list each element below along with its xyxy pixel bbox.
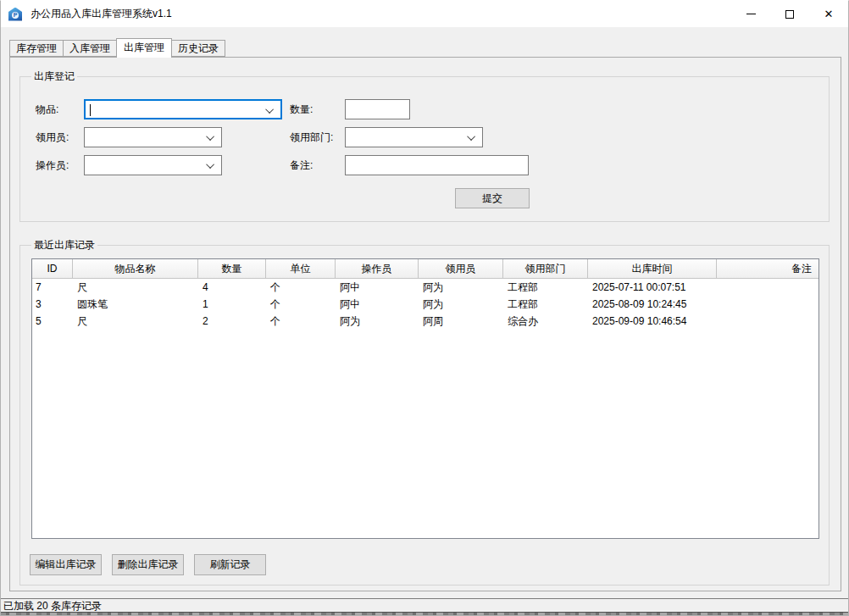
table-row[interactable]: 5 尺 2 个 阿为 阿周 综合办 2025-09-09 10:46:54 — [32, 313, 818, 330]
cell-id: 7 — [32, 279, 73, 296]
cell-unit: 个 — [266, 313, 336, 330]
column-header-quantity[interactable]: 数量 — [198, 259, 266, 279]
delete-record-button[interactable]: 删除出库记录 — [112, 554, 184, 575]
cell-id: 5 — [32, 313, 73, 330]
cell-quantity: 2 — [198, 313, 266, 330]
cell-id: 3 — [32, 296, 73, 313]
submit-button[interactable]: 提交 — [455, 188, 530, 208]
cell-recipient: 阿为 — [419, 296, 503, 313]
tab-inventory[interactable]: 库存管理 — [9, 40, 64, 57]
remark-field[interactable] — [346, 156, 528, 175]
cell-recipient: 阿周 — [419, 313, 503, 330]
cell-unit: 个 — [266, 296, 336, 313]
recipient-label: 领用员: — [36, 127, 69, 147]
column-header-remark[interactable]: 备注 — [717, 259, 818, 279]
outbound-tab-panel: 出库登记 物品: 数量: 领用员: 领用部门: 操作员: — [9, 57, 841, 591]
title-bar: P 办公用品入库出库管理系统v1.1 ✕ — [1, 1, 848, 27]
records-table: ID 物品名称 数量 单位 操作员 领用员 领用部门 出库时间 备注 7 尺 4… — [31, 258, 819, 539]
remark-entry-wrap — [345, 155, 529, 175]
cell-recipient: 阿为 — [419, 279, 503, 296]
cell-remark — [717, 279, 818, 296]
edit-record-button[interactable]: 编辑出库记录 — [30, 554, 102, 575]
app-icon-letter: P — [12, 12, 19, 19]
records-table-header: ID 物品名称 数量 单位 操作员 领用员 领用部门 出库时间 备注 — [32, 259, 818, 279]
tab-outbound[interactable]: 出库管理 — [116, 38, 172, 58]
column-header-unit[interactable]: 单位 — [266, 259, 336, 279]
item-label: 物品: — [36, 99, 58, 119]
status-text: 已加载 20 条库存记录 — [3, 600, 102, 612]
operator-combobox[interactable] — [84, 155, 222, 175]
quantity-entry-wrap — [345, 99, 410, 119]
cell-remark — [717, 296, 818, 313]
column-header-recipient[interactable]: 领用员 — [419, 259, 503, 279]
cell-operator: 阿中 — [336, 296, 419, 313]
cell-department: 综合办 — [503, 313, 588, 330]
app-window: P 办公用品入库出库管理系统v1.1 ✕ 库存管理 入库管理 出库管理 历史记录… — [0, 0, 849, 616]
records-groupbox: 最近出库记录 ID 物品名称 数量 单位 操作员 领用员 领用部门 出库时间 备… — [19, 245, 830, 585]
cell-item-name: 尺 — [73, 313, 198, 330]
column-header-item-name[interactable]: 物品名称 — [73, 259, 198, 279]
cell-quantity: 1 — [198, 296, 266, 313]
checkout-group-title: 出库登记 — [31, 69, 77, 84]
cell-quantity: 4 — [198, 279, 266, 296]
records-group-title: 最近出库记录 — [31, 238, 97, 253]
cell-department: 工程部 — [503, 296, 588, 313]
window-title: 办公用品入库出库管理系统v1.1 — [31, 7, 172, 21]
cell-department: 工程部 — [503, 279, 588, 296]
remark-label: 备注: — [290, 155, 313, 175]
cell-item-name: 尺 — [73, 279, 198, 296]
cell-time: 2025-08-09 10:24:45 — [588, 296, 717, 313]
tab-inbound[interactable]: 入库管理 — [63, 40, 117, 57]
quantity-field[interactable] — [346, 100, 409, 119]
column-header-department[interactable]: 领用部门 — [503, 259, 588, 279]
close-button[interactable]: ✕ — [809, 1, 848, 27]
column-header-time[interactable]: 出库时间 — [588, 259, 717, 279]
maximize-icon — [785, 10, 794, 19]
item-combobox[interactable] — [84, 99, 282, 119]
cell-time: 2025-07-11 00:07:51 — [588, 279, 717, 296]
taskbar-edge — [1, 612, 848, 615]
cell-operator: 阿中 — [336, 279, 419, 296]
caption-buttons: ✕ — [731, 1, 848, 27]
checkout-groupbox: 出库登记 物品: 数量: 领用员: 领用部门: 操作员: — [19, 76, 830, 222]
refresh-records-button[interactable]: 刷新记录 — [194, 554, 266, 575]
tab-history[interactable]: 历史记录 — [171, 40, 225, 57]
department-label: 领用部门: — [290, 127, 333, 147]
close-icon: ✕ — [824, 8, 834, 19]
cell-operator: 阿为 — [336, 313, 419, 330]
chevron-down-icon — [265, 105, 274, 114]
cell-item-name: 圆珠笔 — [73, 296, 198, 313]
table-row[interactable]: 7 尺 4 个 阿中 阿为 工程部 2025-07-11 00:07:51 — [32, 279, 818, 296]
app-icon: P — [8, 8, 22, 21]
cell-unit: 个 — [266, 279, 336, 296]
cell-remark — [717, 313, 818, 330]
text-cursor — [90, 104, 91, 116]
quantity-label: 数量: — [290, 99, 313, 119]
minimize-button[interactable] — [731, 1, 770, 27]
department-combobox[interactable] — [345, 127, 483, 147]
chevron-down-icon — [206, 160, 214, 169]
operator-label: 操作员: — [36, 155, 69, 175]
maximize-button[interactable] — [770, 1, 809, 27]
minimize-icon — [746, 14, 756, 14]
column-header-id[interactable]: ID — [32, 259, 73, 279]
cell-time: 2025-09-09 10:46:54 — [588, 313, 717, 330]
recipient-combobox[interactable] — [84, 127, 222, 147]
tab-bar: 库存管理 入库管理 出库管理 历史记录 — [9, 38, 225, 57]
table-row[interactable]: 3 圆珠笔 1 个 阿中 阿为 工程部 2025-08-09 10:24:45 — [32, 296, 818, 313]
chevron-down-icon — [467, 132, 475, 141]
chevron-down-icon — [206, 132, 214, 141]
column-header-operator[interactable]: 操作员 — [336, 259, 419, 279]
